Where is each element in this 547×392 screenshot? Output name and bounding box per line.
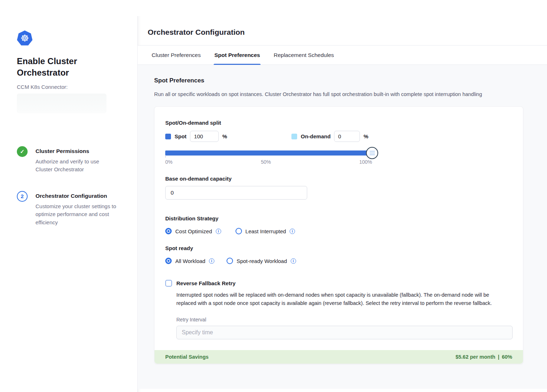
spot-preferences-card: Spot/On-demand split Spot % On-demand % [154,106,523,364]
step-description: Customize your cluster settings to optim… [35,202,125,227]
ondemand-label: On-demand [301,133,330,139]
split-inputs-row: Spot % On-demand % [165,131,512,142]
radio-least-interrupted[interactable]: Least Interrupted i [236,228,295,234]
spot-swatch-icon [165,134,171,139]
spot-ready-label: Spot ready [165,245,512,251]
spot-ready-options: All Workload i Spot-ready Workload i [165,258,512,264]
radio-cost-optimized[interactable]: Cost Optimized i [165,228,221,234]
reverse-fallback-row[interactable]: Reverse Fallback Retry [165,280,512,287]
slider-tick-labels: 0% 50% 100% [165,159,372,165]
split-label: Spot/On-demand split [165,120,512,126]
radio-icon[interactable] [165,228,172,234]
step-title: Cluster Permissions [35,146,109,154]
step-title: Orchestrator Configuration [35,191,125,199]
spot-percent-input[interactable] [190,131,219,142]
reverse-fallback-description: Interrupted spot nodes will be replaced … [176,291,508,307]
tab-bar: Cluster Preferences Spot Preferences Rep… [138,45,547,65]
tick-100: 100% [359,159,372,165]
base-capacity-field: Base on-demand capacity [165,176,512,200]
reverse-fallback-checkbox[interactable] [165,280,172,287]
info-icon[interactable]: i [290,229,295,234]
radio-all-workload[interactable]: All Workload i [165,258,214,264]
kubernetes-icon: ☸ [17,30,33,46]
radio-icon[interactable] [227,258,233,264]
tick-50: 50% [261,159,271,165]
ondemand-unit: % [363,133,368,139]
radio-icon[interactable] [165,258,172,264]
tab-content: Spot Preferences Run all or specific wor… [138,65,547,389]
ondemand-split-group: On-demand % [291,131,368,142]
potential-savings-bar: Potential Savings $5.62 per month|60% [154,350,523,364]
retry-interval-label: Retry Interval [176,317,512,322]
base-capacity-input[interactable] [165,186,307,200]
info-icon[interactable]: i [291,258,296,264]
info-icon[interactable]: i [216,229,221,234]
potential-savings-label: Potential Savings [165,354,209,360]
spot-unit: % [222,133,227,139]
reverse-fallback-section: Reverse Fallback Retry Interrupted spot … [165,280,512,339]
retry-interval-field: Retry Interval [176,317,512,339]
slider-fill [165,150,372,156]
step-number-badge: 2 [17,191,28,202]
section-title: Spot Preferences [154,77,523,84]
tab-cluster-preferences[interactable]: Cluster Preferences [151,46,201,64]
step-orchestrator-configuration[interactable]: 2 Orchestrator Configuration Customize y… [17,191,123,227]
ondemand-swatch-icon [291,134,297,139]
kubernetes-wheel-glyph: ☸ [20,34,29,43]
wizard-title: Enable Cluster Orchestrator [17,56,103,79]
radio-spot-ready-workload[interactable]: Spot-ready Workload i [227,258,296,264]
spot-label: Spot [175,133,186,139]
info-icon[interactable]: i [209,258,214,264]
step-description: Authorize and verify to use Cluster Orch… [35,158,109,174]
ondemand-percent-input[interactable] [334,131,360,142]
page-title: Orchestrator Configuration [148,28,547,37]
panel-header: Orchestrator Configuration [138,16,547,45]
step-complete-check-icon: ✓ [17,146,28,157]
reverse-fallback-label: Reverse Fallback Retry [176,280,236,286]
base-capacity-label: Base on-demand capacity [165,176,512,182]
wizard-sidebar: ☸ Enable Cluster Orchestrator CCM K8s Co… [0,0,137,392]
tick-0: 0% [165,159,172,165]
radio-icon[interactable] [236,228,242,234]
wizard-steps: ✓ Cluster Permissions Authorize and veri… [17,146,123,227]
step-cluster-permissions[interactable]: ✓ Cluster Permissions Authorize and veri… [17,146,123,174]
main-panel: Orchestrator Configuration Cluster Prefe… [137,16,547,392]
savings-separator: | [495,354,502,360]
potential-savings-value: $5.62 per month|60% [456,354,512,360]
section-description: Run all or specific workloads on spot in… [154,91,523,97]
retry-interval-input[interactable] [176,326,513,339]
spot-split-group: Spot % [165,131,291,142]
distribution-strategy-label: Distribution Strategy [165,215,512,221]
distribution-strategy-options: Cost Optimized i Least Interrupted i [165,228,512,234]
connector-label: CCM K8s Connector: [17,84,123,90]
tab-replacement-schedules[interactable]: Replacement Schedules [273,46,334,64]
split-slider: 0% 50% 100% [165,150,372,165]
slider-handle-icon[interactable] [366,147,378,159]
slider-track[interactable] [165,150,372,156]
tab-spot-preferences[interactable]: Spot Preferences [214,46,261,64]
connector-value-redacted [17,94,106,113]
